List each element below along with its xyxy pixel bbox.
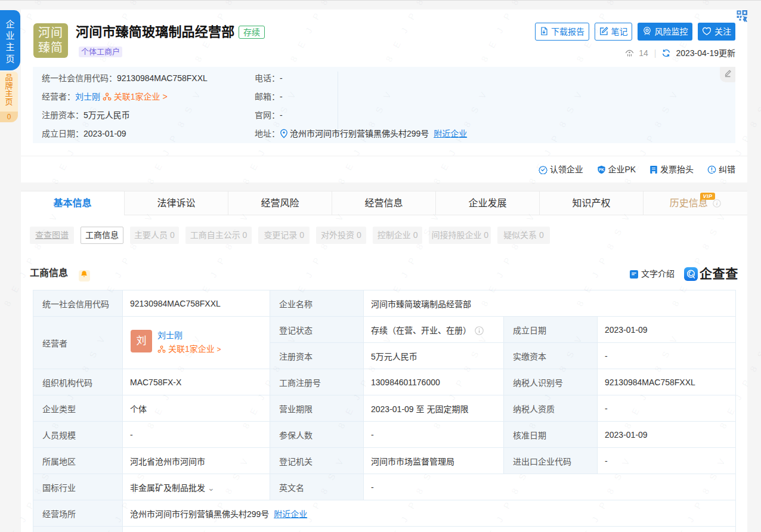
svg-text:i: i	[716, 200, 718, 206]
svg-text:PK: PK	[599, 167, 604, 171]
